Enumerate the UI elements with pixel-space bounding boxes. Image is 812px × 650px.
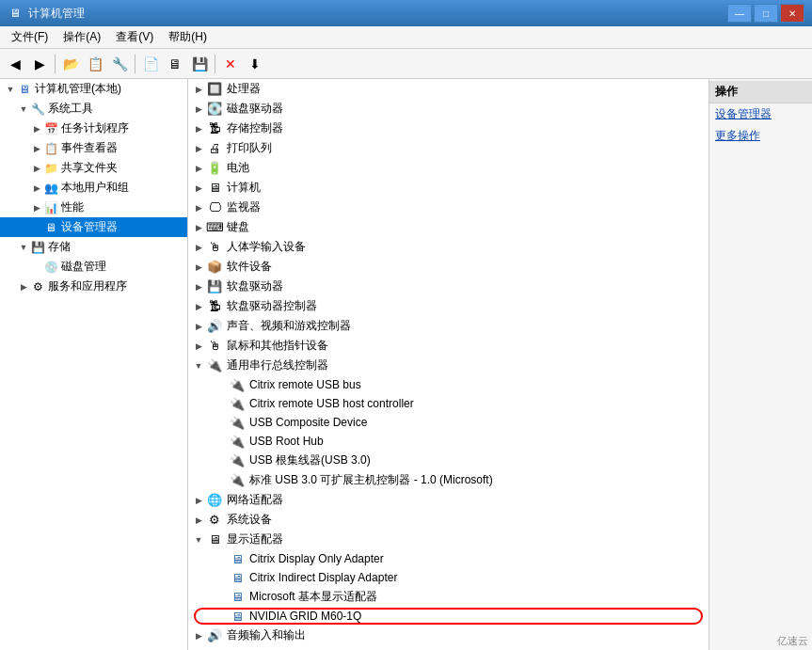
new-button[interactable]: 📄 (139, 53, 162, 75)
device-audio[interactable]: ▶ 🔊 音频输入和输出 (188, 626, 709, 645)
disk-button[interactable]: 💾 (188, 53, 211, 75)
icon-floppy: 💾 (205, 279, 224, 294)
expand-audio: ▶ (192, 629, 205, 642)
device-citrix-usb-bus[interactable]: 🔌 Citrix remote USB bus (188, 375, 709, 394)
device-keyboard[interactable]: ▶ ⌨ 键盘 (188, 217, 709, 237)
delete-button[interactable]: ✕ (219, 53, 242, 75)
expand-sharedfld: ▶ (30, 162, 43, 175)
icon-citrix-indirect: 🖥 (228, 570, 247, 585)
device-software[interactable]: ▶ 📦 软件设备 (188, 257, 709, 277)
label-computer: 计算机管理(本地) (35, 81, 121, 97)
icon-disk: 💽 (205, 102, 224, 117)
label-citrix-usb-bus: Citrix remote USB bus (249, 378, 361, 391)
device-usb-hub-30[interactable]: 🔌 USB 根集线器(USB 3.0) (188, 451, 709, 470)
device-display-root[interactable]: ▼ 🖥 显示适配器 (188, 530, 709, 549)
device-citrix-usb-hc[interactable]: 🔌 Citrix remote USB host controller (188, 394, 709, 413)
menu-help[interactable]: 帮助(H) (161, 27, 215, 47)
device-cpu[interactable]: ▶ 🔲 处理器 (188, 79, 709, 99)
icon-audio: 🔊 (205, 628, 224, 643)
device-citrix-indirect[interactable]: 🖥 Citrix Indirect Display Adapter (188, 568, 709, 587)
main-container: ▼ 🖥 计算机管理(本地) ▼ 🔧 系统工具 ▶ 📅 任务计划程序 ▶ 📋 事件… (0, 79, 812, 650)
label-localusers: 本地用户和组 (61, 180, 129, 196)
device-nvidia[interactable]: 🖥 NVIDIA GRID M60-1Q (188, 607, 709, 626)
expand-usb-hub-30 (215, 454, 228, 468)
minimize-button[interactable]: — (727, 4, 752, 23)
icon-computer: 🖥 (17, 82, 32, 97)
icon-taskschd: 📅 (43, 121, 58, 136)
right-panel-devmgr[interactable]: 设备管理器 (709, 103, 812, 125)
properties-button[interactable]: 🔧 (108, 53, 131, 75)
title-bar-icon: 🖥 (8, 6, 23, 21)
tree-item-diskmgmt[interactable]: 💿 磁盘管理 (0, 257, 187, 277)
device-sysdev[interactable]: ▶ ⚙ 系统设备 (188, 510, 709, 530)
export-button[interactable]: ⬇ (244, 53, 266, 75)
device-usb-root[interactable]: ▼ 🔌 通用串行总线控制器 (188, 356, 709, 375)
icon-display-root: 🖥 (205, 532, 224, 547)
tree-item-sharedfld[interactable]: ▶ 📁 共享文件夹 (0, 158, 187, 178)
icon-monitor: 🖵 (205, 200, 224, 215)
tree-item-storage[interactable]: ▼ 💾 存储 (0, 237, 187, 257)
tree-item-systools[interactable]: ▼ 🔧 系统工具 (0, 99, 187, 119)
icon-eventvwr: 📋 (43, 141, 58, 156)
device-battery[interactable]: ▶ 🔋 电池 (188, 158, 709, 178)
back-button[interactable]: ◀ (4, 53, 26, 75)
device-usb-composite[interactable]: 🔌 USB Composite Device (188, 413, 709, 432)
title-bar-title: 计算机管理 (28, 6, 85, 22)
title-bar-controls: — □ ✕ (727, 4, 804, 23)
device-floppy-ctrl[interactable]: ▶ 🗜 软盘驱动器控制器 (188, 296, 709, 316)
up-button[interactable]: 📂 (59, 53, 82, 75)
expand-display-root: ▼ (192, 533, 205, 547)
device-citrix-display-only[interactable]: 🖥 Citrix Display Only Adapter (188, 549, 709, 568)
device-storage-ctrl[interactable]: ▶ 🗜 存储控制器 (188, 119, 709, 138)
device-ms-basic-display[interactable]: 🖥 Microsoft 基本显示适配器 (188, 587, 709, 607)
device-hid[interactable]: ▶ 🖱 人体学输入设备 (188, 237, 709, 257)
icon-nvidia: 🖥 (228, 609, 247, 624)
right-panel-more[interactable]: 更多操作 (709, 125, 812, 147)
maximize-button[interactable]: □ (754, 4, 778, 23)
device-usb-xhci[interactable]: 🔌 标准 USB 3.0 可扩展主机控制器 - 1.0 (Microsoft) (188, 470, 709, 490)
expand-software: ▶ (192, 261, 205, 274)
device-floppy[interactable]: ▶ 💾 软盘驱动器 (188, 277, 709, 296)
tree-item-computer[interactable]: ▼ 🖥 计算机管理(本地) (0, 79, 187, 99)
device-network[interactable]: ▶ 🌐 网络适配器 (188, 490, 709, 510)
icon-sound: 🔊 (205, 319, 224, 334)
icon-usb-composite: 🔌 (228, 415, 247, 430)
label-storage-ctrl: 存储控制器 (227, 120, 283, 136)
expand-eventvwr: ▶ (30, 142, 43, 155)
device-monitor[interactable]: ▶ 🖵 监视器 (188, 198, 709, 217)
tree-item-localusers[interactable]: ▶ 👥 本地用户和组 (0, 178, 187, 198)
label-software: 软件设备 (227, 259, 272, 275)
title-bar: 🖥 计算机管理 — □ ✕ (0, 0, 812, 26)
tree-item-devmgr[interactable]: 🖥 设备管理器 (0, 217, 187, 237)
label-disk: 磁盘驱动器 (227, 101, 283, 117)
menu-file[interactable]: 文件(F) (4, 27, 56, 47)
device-print[interactable]: ▶ 🖨 打印队列 (188, 138, 709, 158)
expand-print: ▶ (192, 142, 205, 155)
toolbar: ◀ ▶ 📂 📋 🔧 📄 🖥 💾 ✕ ⬇ (0, 49, 812, 79)
expand-taskschd: ▶ (30, 122, 43, 135)
device-usb-root-hub[interactable]: 🔌 USB Root Hub (188, 432, 709, 451)
device-computer[interactable]: ▶ 🖥 计算机 (188, 178, 709, 198)
tree-item-perf[interactable]: ▶ 📊 性能 (0, 198, 187, 217)
label-storage: 存储 (48, 239, 71, 255)
device-disk[interactable]: ▶ 💽 磁盘驱动器 (188, 99, 709, 119)
tree-item-eventvwr[interactable]: ▶ 📋 事件查看器 (0, 138, 187, 158)
label-print: 打印队列 (227, 140, 272, 156)
tree-item-taskschd[interactable]: ▶ 📅 任务计划程序 (0, 119, 187, 138)
label-usb-composite: USB Composite Device (249, 416, 367, 429)
close-button[interactable]: ✕ (780, 4, 804, 23)
computer-button[interactable]: 🖥 (164, 53, 186, 75)
tree-item-svcapps[interactable]: ▶ ⚙ 服务和应用程序 (0, 277, 187, 296)
device-mouse[interactable]: ▶ 🖱 鼠标和其他指针设备 (188, 336, 709, 356)
forward-button[interactable]: ▶ (28, 53, 51, 75)
icon-citrix-usb-bus: 🔌 (228, 377, 247, 392)
icon-storage: 💾 (30, 240, 45, 255)
middle-panel: ▶ 🔲 处理器 ▶ 💽 磁盘驱动器 ▶ 🗜 存储控制器 ▶ 🖨 打印队列 ▶ 🔋… (188, 79, 709, 650)
device-sound[interactable]: ▶ 🔊 声音、视频和游戏控制器 (188, 316, 709, 336)
icon-citrix-display-only: 🖥 (228, 551, 247, 566)
icon-mouse: 🖱 (205, 339, 224, 354)
menu-action[interactable]: 操作(A) (56, 27, 108, 47)
menu-view[interactable]: 查看(V) (108, 27, 161, 47)
show-hide-button[interactable]: 📋 (84, 53, 106, 75)
expand-localusers: ▶ (30, 182, 43, 195)
